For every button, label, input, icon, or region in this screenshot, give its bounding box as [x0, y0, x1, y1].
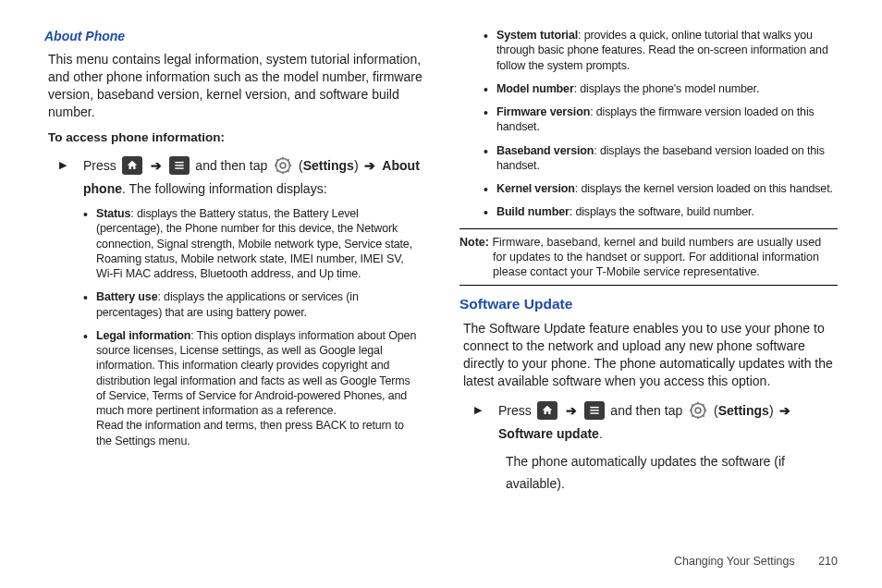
- sw-settings-label: Settings: [718, 403, 769, 418]
- svg-rect-0: [176, 162, 184, 163]
- home-icon: [122, 156, 142, 175]
- arrow-icon: ➔: [364, 158, 375, 173]
- svg-line-22: [692, 404, 693, 406]
- footer-page-number: 210: [818, 555, 838, 568]
- svg-rect-15: [591, 412, 599, 413]
- svg-rect-14: [591, 410, 599, 410]
- about-phone-heading: About Phone: [44, 28, 423, 45]
- bullet-build: Build number: displays the software, bui…: [484, 204, 838, 219]
- about-phone-intro: This menu contains legal information, sy…: [48, 51, 423, 121]
- access-step: ▶ Press ➔ and then tap (Settings) ➔ Abou…: [59, 154, 423, 201]
- bullet-kernel: Kernel version: displays the kernel vers…: [484, 181, 838, 196]
- svg-line-25: [703, 404, 704, 406]
- settings-label: Settings: [303, 158, 354, 173]
- note-block: Note: Firmware, baseband, kernel and bui…: [459, 228, 838, 287]
- access-info-label: To access phone information:: [48, 129, 423, 146]
- gear-icon: [273, 155, 293, 176]
- page-footer: Changing Your Settings 210: [674, 554, 838, 570]
- svg-line-23: [703, 415, 704, 417]
- svg-line-10: [288, 170, 289, 172]
- svg-line-11: [276, 170, 278, 172]
- svg-point-4: [280, 163, 286, 168]
- svg-line-24: [692, 415, 693, 417]
- step-tail-text: . The following information displays:: [122, 181, 327, 196]
- bullet-legal: Legal information: This option displays …: [83, 328, 423, 448]
- step-marker-icon: ▶: [474, 403, 482, 417]
- footer-section: Changing Your Settings: [674, 555, 795, 568]
- software-update-heading: Software Update: [459, 295, 838, 314]
- bullet-battery: Battery use: displays the applications o…: [83, 289, 423, 320]
- sw-step-tail: The phone automatically updates the soft…: [506, 451, 838, 496]
- svg-line-12: [288, 159, 289, 161]
- home-icon: [537, 401, 557, 420]
- svg-rect-2: [176, 167, 184, 168]
- note-text: Firmware, baseband, kernel and build num…: [489, 236, 821, 279]
- svg-rect-13: [591, 407, 599, 408]
- bullet-baseband: Baseband version: displays the baseband …: [484, 143, 838, 174]
- svg-line-9: [276, 159, 278, 161]
- step-press-text: Press: [83, 158, 116, 173]
- software-update-intro: The Software Update feature enables you …: [463, 320, 838, 390]
- sw-press-text: Press: [498, 403, 532, 418]
- menu-icon: [584, 401, 605, 420]
- bullet-firmware: Firmware version: displays the firmware …: [484, 104, 838, 135]
- gear-icon: [688, 400, 708, 421]
- svg-rect-1: [176, 165, 184, 165]
- arrow-icon: ➔: [151, 158, 162, 173]
- svg-point-17: [695, 408, 701, 413]
- sw-tap-text: and then tap: [610, 403, 682, 418]
- bullet-status: Status: displays the Battery status, the…: [83, 206, 423, 281]
- note-label: Note:: [459, 236, 489, 249]
- bullet-tutorial: System tutorial: provides a quick, onlin…: [484, 28, 838, 73]
- step-marker-icon: ▶: [59, 158, 67, 172]
- menu-icon: [169, 156, 190, 175]
- arrow-icon: ➔: [566, 403, 577, 418]
- sw-update-label: Software update: [498, 426, 599, 441]
- bullet-model: Model number: displays the phone's model…: [484, 81, 838, 96]
- software-update-step: ▶ Press ➔ and then tap (Settings) ➔ Soft…: [474, 399, 838, 446]
- arrow-icon: ➔: [779, 403, 790, 418]
- step-tap-text: and then tap: [195, 158, 267, 173]
